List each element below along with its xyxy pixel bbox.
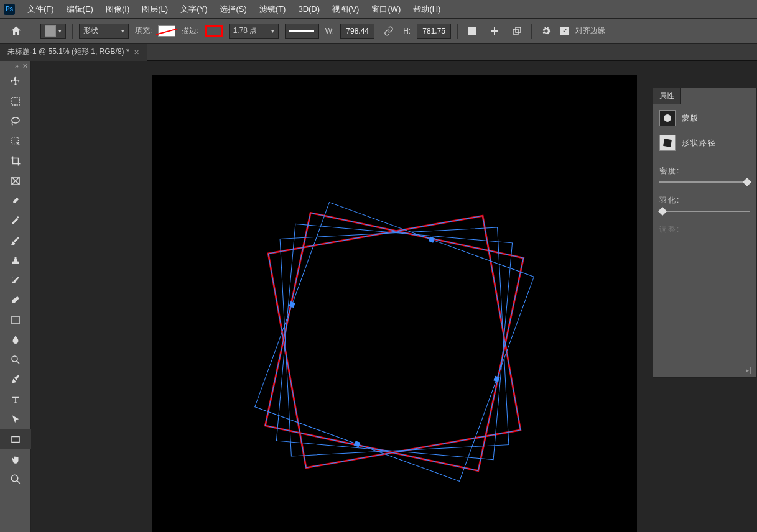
svg-point-13 (11, 475, 18, 482)
width-label: W: (325, 27, 334, 35)
svg-rect-5 (12, 98, 19, 105)
align-edges-label: 对齐边缘 (575, 25, 605, 36)
path-operations-icon[interactable] (464, 23, 480, 39)
density-label: 密度: (659, 166, 750, 177)
panel-dock: 属性 蒙版 形状路径 密度: 羽化: 调整: ▸│ (653, 88, 757, 378)
menu-type[interactable]: 文字(Y) (174, 0, 213, 19)
menu-bar: Ps 文件(F) 编辑(E) 图像(I) 图层(L) 文字(Y) 选择(S) 滤… (0, 0, 757, 19)
document-tab-title: 未标题-1 @ 55.1% (矩形 1, RGB/8) * (7, 47, 129, 57)
menu-image[interactable]: 图像(I) (100, 0, 136, 19)
menu-window[interactable]: 窗口(W) (365, 0, 407, 19)
path-selection-tool[interactable] (0, 410, 31, 429)
rectangle-tool[interactable] (0, 429, 31, 449)
align-edges-checkbox[interactable]: ✓ (560, 27, 569, 35)
svg-point-11 (12, 356, 17, 362)
gear-icon[interactable] (538, 23, 554, 39)
properties-panel: 属性 蒙版 形状路径 密度: 羽化: 调整: ▸│ (653, 88, 757, 378)
eraser-tool[interactable] (0, 290, 31, 310)
menu-view[interactable]: 视图(V) (326, 0, 365, 19)
link-dimensions-icon[interactable] (381, 23, 397, 39)
canvas-content (152, 75, 637, 532)
fill-label: 填充: (135, 25, 152, 36)
toolbar-controls: » ✕ (0, 61, 30, 71)
menu-3d[interactable]: 3D(D) (292, 1, 326, 17)
height-label: H: (403, 27, 411, 35)
svg-point-9 (17, 216, 19, 218)
stroke-width-value: 1.78 点 (233, 25, 258, 36)
options-bar: ▾ 形状▾ 填充: 描边: 1.78 点▾ W: H: ✓ 对齐边缘 (0, 19, 757, 44)
separator (531, 24, 532, 39)
shape-path-label: 形状路径 (682, 138, 717, 149)
tool-palette: » ✕ (0, 61, 31, 532)
expand-icon[interactable]: » (15, 62, 19, 70)
healing-brush-tool[interactable] (0, 211, 31, 231)
height-field[interactable] (417, 24, 451, 39)
svg-rect-18 (276, 224, 512, 459)
zoom-tool[interactable] (0, 469, 31, 489)
panel-footer: ▸│ (653, 365, 756, 377)
pen-blur-tool[interactable] (0, 330, 31, 350)
home-button[interactable] (5, 22, 27, 40)
history-brush-tool[interactable] (0, 270, 31, 290)
properties-tab[interactable]: 属性 (653, 88, 681, 104)
menu-layer[interactable]: 图层(L) (136, 0, 174, 19)
quick-selection-tool[interactable] (0, 131, 31, 151)
path-alignment-icon[interactable] (486, 23, 503, 39)
stroke-style-dropdown[interactable] (285, 24, 319, 39)
clone-stamp-tool[interactable] (0, 250, 31, 270)
stroke-width-dropdown[interactable]: 1.78 点▾ (229, 24, 279, 39)
shape-path-icon[interactable] (659, 135, 676, 151)
svg-rect-19 (265, 213, 523, 470)
svg-rect-2 (494, 27, 495, 35)
pen-tool[interactable] (0, 370, 31, 390)
svg-rect-12 (12, 437, 19, 443)
menu-edit[interactable]: 编辑(E) (60, 0, 100, 19)
close-tab-icon[interactable]: × (134, 47, 139, 57)
menu-select[interactable]: 选择(S) (213, 0, 253, 19)
dodge-tool[interactable] (0, 350, 31, 370)
adjust-label: 调整: (659, 224, 750, 235)
lasso-tool[interactable] (0, 111, 31, 131)
width-field[interactable] (340, 24, 374, 39)
brush-tool[interactable] (0, 231, 31, 250)
tool-mode-dropdown[interactable]: 形状▾ (79, 24, 129, 39)
separator (457, 24, 458, 39)
frame-tool[interactable] (0, 171, 31, 191)
move-tool[interactable] (0, 71, 31, 91)
mask-icon[interactable] (659, 110, 676, 126)
path-arrangement-icon[interactable] (509, 23, 525, 39)
hand-tool[interactable] (0, 449, 31, 469)
feather-slider[interactable] (659, 211, 750, 212)
panel-menu-icon[interactable]: ▸│ (746, 367, 753, 376)
app-logo: Ps (4, 4, 15, 15)
eyedropper-tool[interactable] (0, 191, 31, 211)
feather-label: 羽化: (659, 195, 750, 206)
document-canvas[interactable] (152, 75, 637, 532)
type-tool[interactable] (0, 390, 31, 410)
marquee-tool[interactable] (0, 91, 31, 111)
separator (72, 24, 73, 39)
density-slider[interactable] (659, 181, 750, 183)
canvas-area (31, 61, 757, 532)
menu-help[interactable]: 帮助(H) (407, 0, 447, 19)
crop-tool[interactable] (0, 151, 31, 171)
tool-mode-label: 形状 (83, 25, 98, 36)
fill-swatch[interactable] (158, 25, 175, 37)
svg-rect-16 (268, 216, 520, 467)
svg-point-6 (12, 117, 19, 123)
foreground-color-dropdown[interactable]: ▾ (40, 24, 66, 39)
document-tab[interactable]: 未标题-1 @ 55.1% (矩形 1, RGB/8) * × (0, 44, 147, 61)
gradient-tool[interactable] (0, 310, 31, 330)
separator (34, 24, 34, 39)
stroke-swatch[interactable] (205, 25, 223, 37)
svg-rect-17 (280, 227, 509, 456)
shape-path-row: 形状路径 (659, 135, 750, 151)
mask-row: 蒙版 (659, 110, 750, 126)
close-icon[interactable]: ✕ (22, 62, 28, 70)
svg-rect-14 (268, 216, 520, 467)
document-tab-bar: 未标题-1 @ 55.1% (矩形 1, RGB/8) * × (0, 44, 757, 61)
stroke-label: 描边: (182, 25, 198, 36)
main-area: » ✕ (0, 61, 757, 532)
menu-filter[interactable]: 滤镜(T) (253, 0, 292, 19)
menu-file[interactable]: 文件(F) (21, 0, 60, 19)
